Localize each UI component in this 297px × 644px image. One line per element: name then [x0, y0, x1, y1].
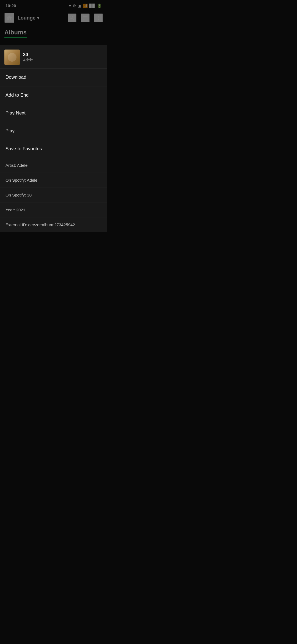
context-album-name: 30	[23, 52, 33, 57]
menu-item-add-to-end[interactable]: Add to End	[0, 86, 107, 104]
context-menu: 30 Adele Download Add to End Play Next P…	[0, 45, 107, 232]
menu-item-download[interactable]: Download	[0, 69, 107, 86]
menu-info-artist: Artist: Adele	[0, 158, 107, 173]
context-menu-header: 30 Adele	[0, 45, 107, 69]
menu-item-save-to-favorites[interactable]: Save to Favorites	[0, 140, 107, 158]
context-album-thumbnail	[4, 50, 20, 65]
menu-item-play-next[interactable]: Play Next	[0, 104, 107, 122]
menu-info-year: Year: 2021	[0, 203, 107, 217]
context-album-artist: Adele	[23, 58, 33, 62]
menu-info-on-spotify-album[interactable]: On Spotify: 30	[0, 188, 107, 203]
context-album-info: 30 Adele	[23, 52, 33, 62]
menu-info-on-spotify-artist[interactable]: On Spotify: Adele	[0, 173, 107, 188]
menu-item-play[interactable]: Play	[0, 122, 107, 140]
menu-info-external-id: External ID: deezer:album:273425942	[0, 217, 107, 232]
